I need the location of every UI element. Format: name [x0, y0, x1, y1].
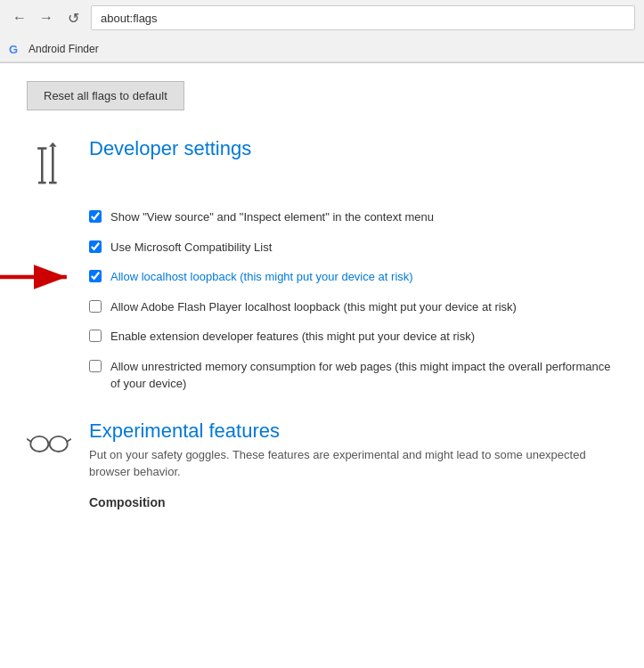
- composition-label: Composition: [89, 495, 617, 509]
- experimental-section: Experimental features Put on your safety…: [27, 420, 617, 509]
- checkbox-label-4: Allow Adobe Flash Player localhost loopb…: [110, 298, 517, 316]
- checkbox-item-1: Show "View source" and "Inspect element"…: [89, 208, 617, 226]
- tools-icon: [27, 141, 71, 194]
- checkbox-label-6: Allow unrestricted memory consumption fo…: [110, 358, 617, 393]
- experimental-section-header: Experimental features Put on your safety…: [27, 420, 617, 481]
- checkbox-item-4: Allow Adobe Flash Player localhost loopb…: [89, 298, 617, 316]
- goggles-icon: [27, 423, 71, 462]
- checkbox-localhost-loopback[interactable]: [89, 270, 102, 282]
- svg-point-10: [50, 436, 68, 451]
- svg-line-12: [27, 438, 30, 441]
- svg-line-13: [68, 438, 71, 441]
- checkbox-item-5: Enable extension developer features (thi…: [89, 328, 617, 346]
- refresh-button[interactable]: ↺: [62, 7, 84, 29]
- checkbox-label-3: Allow localhost loopback (this might put…: [110, 268, 413, 286]
- browser-chrome: ← → ↺ G Android Finder: [0, 0, 644, 63]
- checkbox-view-source[interactable]: [89, 210, 102, 223]
- google-logo: G: [9, 42, 23, 56]
- address-bar[interactable]: [91, 5, 635, 30]
- checkbox-item-2: Use Microsoft Compatibility List: [89, 239, 617, 257]
- reset-flags-button[interactable]: Reset all flags to default: [27, 81, 184, 110]
- checkbox-label-1: Show "View source" and "Inspect element"…: [110, 208, 434, 226]
- checkbox-extension-dev[interactable]: [89, 330, 102, 342]
- developer-checkboxes: Show "View source" and "Inspect element"…: [89, 208, 617, 393]
- page-content: Reset all flags to default: [0, 63, 644, 554]
- developer-section-title-area: Developer settings: [89, 137, 251, 164]
- experimental-section-title-area: Experimental features Put on your safety…: [89, 420, 617, 481]
- browser-toolbar: ← → ↺: [0, 0, 644, 36]
- back-button[interactable]: ←: [9, 7, 30, 29]
- experimental-section-subtitle: Put on your safety goggles. These featur…: [89, 446, 617, 481]
- developer-section-title: Developer settings: [89, 137, 251, 160]
- red-arrow: [0, 265, 80, 289]
- checkbox-flash-loopback[interactable]: [89, 300, 102, 313]
- checkbox-item-3: Allow localhost loopback (this might put…: [89, 268, 617, 286]
- developer-section: Developer settings Show "View source" an…: [27, 137, 617, 393]
- checkbox-item-6: Allow unrestricted memory consumption fo…: [89, 358, 617, 393]
- forward-button[interactable]: →: [36, 7, 57, 29]
- checkbox-ms-compat[interactable]: [89, 240, 102, 253]
- svg-point-9: [30, 436, 48, 451]
- svg-marker-4: [49, 143, 57, 147]
- bookmarks-bar: G Android Finder: [0, 36, 644, 62]
- checkbox-label-5: Enable extension developer features (thi…: [110, 328, 475, 346]
- experimental-section-title: Experimental features: [89, 420, 617, 443]
- svg-text:G: G: [9, 43, 18, 56]
- bookmark-label[interactable]: Android Finder: [29, 43, 99, 55]
- nav-buttons: ← → ↺: [9, 7, 84, 29]
- checkbox-memory[interactable]: [89, 360, 102, 372]
- checkbox-label-2: Use Microsoft Compatibility List: [110, 239, 272, 257]
- developer-section-header: Developer settings: [27, 137, 617, 194]
